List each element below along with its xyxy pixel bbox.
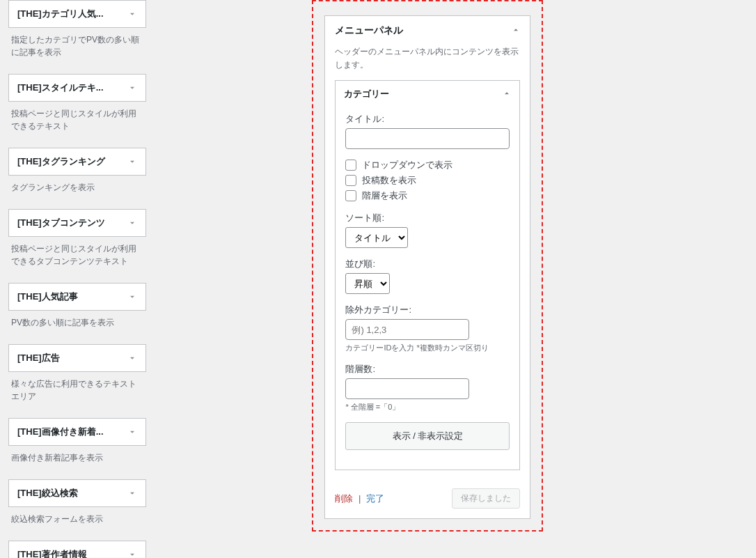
chevron-up-icon	[512, 26, 520, 36]
label-order: 並び順:	[345, 258, 510, 270]
widget-available-item: [THE]カテゴリ人気...指定したカテゴリでPV数の多い順に記事を表示	[8, 0, 146, 60]
widget-item-desc: 指定したカテゴリでPV数の多い順に記事を表示	[8, 28, 146, 60]
widget-item-title: [THE]カテゴリ人気...	[17, 8, 104, 20]
widget-item-desc: 投稿ページと同じスタイルが利用できるテキスト	[8, 102, 146, 134]
widget-item-title: [THE]タグランキング	[17, 155, 105, 168]
widget-item-header[interactable]: [THE]絞込検索	[8, 479, 146, 507]
close-link[interactable]: 完了	[366, 493, 384, 504]
label-hierarchy: 階層を表示	[362, 189, 407, 202]
chevron-down-icon	[127, 489, 137, 497]
sidebar-menu-panel: メニューパネル ヘッダーのメニューパネル内にコンテンツを表示します。 カテゴリー	[312, 0, 543, 532]
depth-input[interactable]	[345, 378, 469, 399]
select-sort[interactable]: タイトル	[345, 227, 408, 248]
chevron-down-icon	[127, 550, 137, 558]
widget-item-title: [THE]広告	[17, 352, 60, 364]
widget-available-item: [THE]広告様々な広告に利用できるテキストエリア	[8, 344, 146, 404]
chevron-down-icon	[127, 428, 137, 436]
widget-panel-title: メニューパネル	[335, 24, 403, 37]
separator: |	[359, 493, 361, 504]
label-dropdown: ドロップダウンで表示	[362, 159, 452, 171]
widget-item-desc: PV数の多い順に記事を表示	[8, 311, 146, 330]
widget-item-title: [THE]絞込検索	[17, 487, 78, 499]
widgets-right: メニューパネル ヘッダーのメニューパネル内にコンテンツを表示します。 カテゴリー	[291, 0, 543, 558]
widget-item-header[interactable]: [THE]タブコンテンツ	[8, 209, 146, 237]
saved-button: 保存しました	[452, 488, 520, 509]
checkbox-dropdown[interactable]	[345, 160, 356, 171]
chevron-up-icon	[503, 89, 511, 100]
inner-widget-title-text: カテゴリー	[344, 88, 389, 100]
hint-depth: * 全階層 =「0」	[345, 402, 510, 412]
label-count: 投稿数を表示	[362, 174, 416, 187]
chevron-down-icon	[127, 219, 137, 227]
label-exclude: 除外カテゴリー:	[345, 304, 510, 316]
display-toggle-button[interactable]: 表示 / 非表示設定	[345, 422, 510, 450]
widget-item-header[interactable]: [THE]スタイルテキ...	[8, 74, 146, 102]
widget-item-desc: タグランキングを表示	[8, 176, 146, 195]
widget-item-desc: 様々な広告に利用できるテキストエリア	[8, 372, 146, 404]
widget-item-title: [THE]画像付き新着...	[17, 426, 104, 438]
widget-available-item: [THE]タグランキングタグランキングを表示	[8, 148, 146, 195]
widget-item-header[interactable]: [THE]画像付き新着...	[8, 418, 146, 446]
inner-widget-body: タイトル: ドロップダウンで表示 投稿数を表示	[336, 107, 519, 470]
chevron-down-icon	[127, 293, 137, 301]
widget-available-item: [THE]スタイルテキ...投稿ページと同じスタイルが利用できるテキスト	[8, 74, 146, 134]
inner-widget-header[interactable]: カテゴリー	[336, 81, 519, 107]
widget-item-title: [THE]人気記事	[17, 290, 78, 303]
widget-available-item: [THE]タブコンテンツ投稿ページと同じスタイルが利用できるタブコンテンツテキス…	[8, 209, 146, 269]
title-input[interactable]	[345, 128, 510, 149]
label-depth: 階層数:	[345, 363, 510, 375]
chevron-down-icon	[127, 157, 137, 166]
widget-available-item: [THE]画像付き新着...画像付き新着記事を表示	[8, 418, 146, 465]
chevron-down-icon	[127, 354, 137, 362]
widget-item-header[interactable]: [THE]タグランキング	[8, 148, 146, 176]
widget-available-item: [THE]絞込検索絞込検索フォームを表示	[8, 479, 146, 527]
inner-widget-category: カテゴリー タイトル: ドロップダウン	[335, 80, 520, 470]
chevron-down-icon	[127, 84, 137, 92]
widget-item-title: [THE]タブコンテンツ	[17, 217, 105, 229]
widget-item-header[interactable]: [THE]人気記事	[8, 283, 146, 311]
widget-menu-panel: メニューパネル ヘッダーのメニューパネル内にコンテンツを表示します。 カテゴリー	[324, 15, 530, 519]
widget-item-header[interactable]: [THE]カテゴリ人気...	[8, 0, 146, 28]
widget-item-title: [THE]スタイルテキ...	[17, 82, 104, 94]
hint-exclude: カテゴリーIDを入力 *複数時カンマ区切り	[345, 343, 510, 353]
widget-item-desc: 画像付き新着記事を表示	[8, 446, 146, 465]
label-sort: ソート順:	[345, 212, 510, 224]
widget-item-title: [THE]著作者情報	[17, 548, 87, 558]
delete-link[interactable]: 削除	[335, 493, 353, 504]
select-order[interactable]: 昇順	[345, 273, 390, 294]
checkbox-hierarchy[interactable]	[345, 190, 356, 201]
widget-item-header[interactable]: [THE]著作者情報	[8, 541, 146, 558]
widget-actions: 削除 | 完了 保存しました	[325, 480, 530, 518]
widget-available-item: [THE]人気記事PV数の多い順に記事を表示	[8, 283, 146, 330]
available-widgets-list: [THE]カテゴリ人気...指定したカテゴリでPV数の多い順に記事を表示[THE…	[0, 0, 277, 558]
widget-item-desc: 投稿ページと同じスタイルが利用できるタブコンテンツテキスト	[8, 237, 146, 269]
widget-available-item: [THE]著作者情報著作者情報を表示	[8, 541, 146, 558]
label-title: タイトル:	[345, 113, 510, 125]
widget-panel-header[interactable]: メニューパネル	[325, 16, 530, 45]
widget-item-header[interactable]: [THE]広告	[8, 344, 146, 372]
widget-item-desc: 絞込検索フォームを表示	[8, 507, 146, 527]
exclude-input[interactable]	[345, 319, 469, 340]
chevron-down-icon	[127, 10, 137, 18]
checkbox-count[interactable]	[345, 175, 356, 186]
widget-panel-desc: ヘッダーのメニューパネル内にコンテンツを表示します。	[325, 45, 530, 80]
